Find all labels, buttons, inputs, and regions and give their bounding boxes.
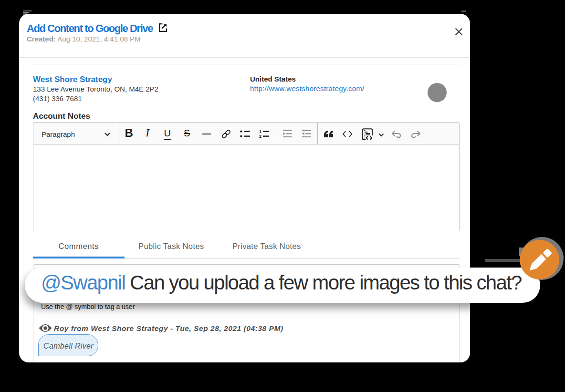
svg-text:1: 1 — [259, 129, 262, 134]
svg-text:2: 2 — [259, 134, 262, 139]
